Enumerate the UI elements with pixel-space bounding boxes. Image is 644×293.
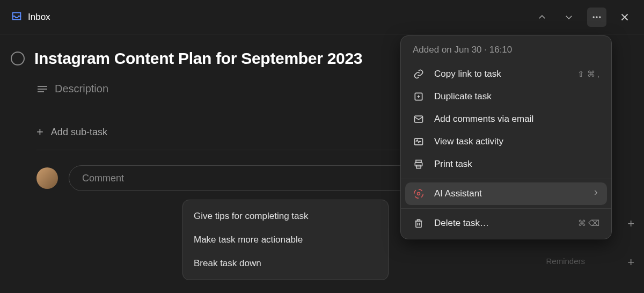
inbox-icon	[11, 10, 23, 24]
description-icon	[38, 86, 47, 92]
ai-submenu-item-actionable[interactable]: Make task more actionable	[183, 228, 388, 252]
reminders-label: Reminders	[546, 257, 585, 266]
ai-submenu-item-breakdown[interactable]: Break task down	[183, 252, 388, 275]
ai-submenu-item-tips[interactable]: Give tips for completing task	[183, 204, 388, 228]
menu-header-added: Added on Jun 30 · 16:10	[401, 36, 611, 63]
duplicate-icon	[413, 91, 425, 102]
menu-item-activity[interactable]: View task activity	[401, 130, 611, 153]
context-menu: Added on Jun 30 · 16:10 Copy link to tas…	[400, 35, 612, 239]
shortcut: ⇧ ⌘ ,	[577, 69, 599, 79]
plus-icon: +	[36, 125, 43, 139]
menu-item-print[interactable]: Print task	[401, 153, 611, 175]
header-title: Inbox	[28, 12, 50, 23]
avatar	[36, 167, 58, 189]
nav-down-button[interactable]	[560, 9, 577, 26]
side-add-button[interactable]: +	[627, 255, 634, 269]
comment-placeholder: Comment	[82, 173, 124, 184]
description-label: Description	[55, 83, 108, 95]
activity-icon	[413, 136, 425, 148]
trash-icon	[413, 217, 425, 229]
ai-submenu: Give tips for completing task Make task …	[182, 200, 389, 280]
print-icon	[413, 158, 425, 170]
menu-item-delete[interactable]: Delete task… ⌘ ⌫	[401, 212, 611, 235]
side-add-button[interactable]: +	[627, 217, 634, 231]
link-icon	[413, 68, 425, 80]
menu-label: Add comments via email	[434, 114, 533, 124]
svg-point-1	[596, 16, 597, 18]
chevron-right-icon	[592, 188, 599, 199]
menu-separator	[401, 179, 611, 179]
mail-icon	[413, 113, 425, 125]
svg-point-2	[599, 16, 601, 18]
svg-point-9	[418, 193, 420, 195]
menu-label: View task activity	[434, 136, 503, 147]
menu-item-duplicate[interactable]: Duplicate task	[401, 85, 611, 108]
menu-label: Copy link to task	[434, 69, 501, 79]
menu-label: Duplicate task	[434, 91, 492, 102]
close-button[interactable]	[616, 9, 633, 26]
menu-item-copy-link[interactable]: Copy link to task ⇧ ⌘ ,	[401, 63, 611, 85]
more-options-button[interactable]	[587, 8, 606, 27]
header-left: Inbox	[11, 10, 50, 24]
menu-label: AI Assistant	[434, 188, 482, 199]
menu-separator	[401, 208, 611, 209]
task-title[interactable]: Instagram Content Plan for September 202…	[34, 49, 362, 68]
menu-label: Print task	[434, 159, 472, 170]
header-right	[533, 8, 633, 27]
svg-point-0	[593, 16, 595, 18]
nav-up-button[interactable]	[533, 9, 551, 26]
app-header: Inbox	[0, 0, 644, 34]
add-subtask-label: Add sub-task	[51, 127, 107, 138]
shortcut: ⌘ ⌫	[578, 218, 599, 228]
complete-checkbox[interactable]	[11, 52, 25, 65]
svg-rect-10	[416, 221, 421, 228]
ai-assistant-icon	[413, 188, 425, 200]
menu-item-ai-assistant[interactable]: AI Assistant	[405, 182, 607, 205]
menu-label: Delete task…	[434, 218, 489, 229]
menu-item-email[interactable]: Add comments via email	[401, 108, 611, 130]
